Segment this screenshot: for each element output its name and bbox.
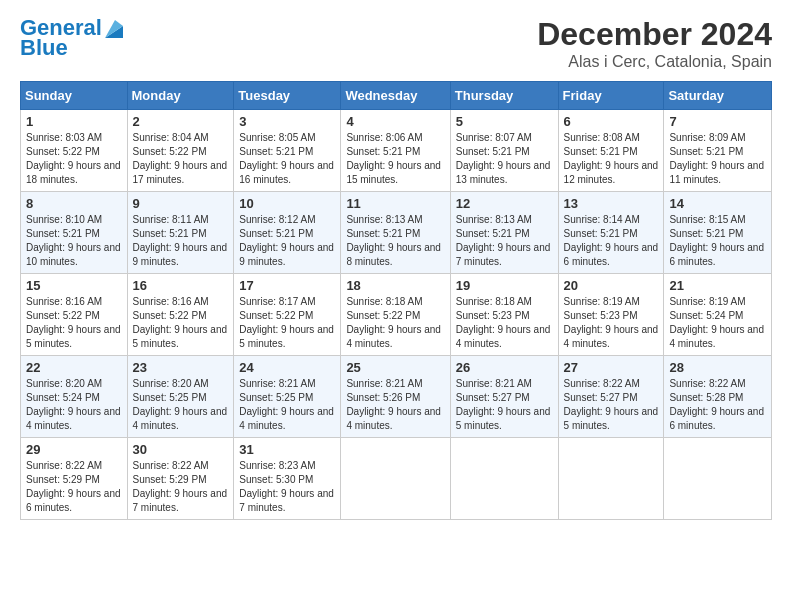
day-info: Sunrise: 8:13 AM Sunset: 5:21 PM Dayligh… [346,213,444,269]
logo-text-line2: Blue [20,36,68,60]
day-info: Sunrise: 8:09 AM Sunset: 5:21 PM Dayligh… [669,131,766,187]
col-monday: Monday [127,82,234,110]
day-info: Sunrise: 8:20 AM Sunset: 5:24 PM Dayligh… [26,377,122,433]
calendar-cell: 12 Sunrise: 8:13 AM Sunset: 5:21 PM Dayl… [450,192,558,274]
main-title: December 2024 [537,16,772,53]
col-thursday: Thursday [450,82,558,110]
calendar-cell [450,438,558,520]
day-number: 28 [669,360,766,375]
day-info: Sunrise: 8:04 AM Sunset: 5:22 PM Dayligh… [133,131,229,187]
day-info: Sunrise: 8:06 AM Sunset: 5:21 PM Dayligh… [346,131,444,187]
calendar-cell: 28 Sunrise: 8:22 AM Sunset: 5:28 PM Dayl… [664,356,772,438]
day-info: Sunrise: 8:19 AM Sunset: 5:23 PM Dayligh… [564,295,659,351]
day-info: Sunrise: 8:08 AM Sunset: 5:21 PM Dayligh… [564,131,659,187]
day-number: 13 [564,196,659,211]
calendar-week-row: 22 Sunrise: 8:20 AM Sunset: 5:24 PM Dayl… [21,356,772,438]
calendar: Sunday Monday Tuesday Wednesday Thursday… [20,81,772,520]
calendar-cell: 7 Sunrise: 8:09 AM Sunset: 5:21 PM Dayli… [664,110,772,192]
day-number: 8 [26,196,122,211]
day-info: Sunrise: 8:18 AM Sunset: 5:22 PM Dayligh… [346,295,444,351]
calendar-cell: 20 Sunrise: 8:19 AM Sunset: 5:23 PM Dayl… [558,274,664,356]
day-info: Sunrise: 8:22 AM Sunset: 5:29 PM Dayligh… [133,459,229,515]
day-number: 14 [669,196,766,211]
day-number: 31 [239,442,335,457]
day-info: Sunrise: 8:22 AM Sunset: 5:28 PM Dayligh… [669,377,766,433]
calendar-cell [341,438,450,520]
calendar-cell: 22 Sunrise: 8:20 AM Sunset: 5:24 PM Dayl… [21,356,128,438]
day-number: 3 [239,114,335,129]
day-number: 22 [26,360,122,375]
calendar-cell: 8 Sunrise: 8:10 AM Sunset: 5:21 PM Dayli… [21,192,128,274]
calendar-cell: 11 Sunrise: 8:13 AM Sunset: 5:21 PM Dayl… [341,192,450,274]
calendar-cell: 2 Sunrise: 8:04 AM Sunset: 5:22 PM Dayli… [127,110,234,192]
day-number: 12 [456,196,553,211]
day-info: Sunrise: 8:16 AM Sunset: 5:22 PM Dayligh… [133,295,229,351]
day-number: 18 [346,278,444,293]
title-block: December 2024 Alas i Cerc, Catalonia, Sp… [537,16,772,71]
day-number: 29 [26,442,122,457]
calendar-cell: 24 Sunrise: 8:21 AM Sunset: 5:25 PM Dayl… [234,356,341,438]
col-tuesday: Tuesday [234,82,341,110]
col-saturday: Saturday [664,82,772,110]
calendar-header-row: Sunday Monday Tuesday Wednesday Thursday… [21,82,772,110]
day-info: Sunrise: 8:11 AM Sunset: 5:21 PM Dayligh… [133,213,229,269]
calendar-cell [558,438,664,520]
day-number: 7 [669,114,766,129]
day-info: Sunrise: 8:22 AM Sunset: 5:29 PM Dayligh… [26,459,122,515]
day-number: 26 [456,360,553,375]
calendar-cell: 13 Sunrise: 8:14 AM Sunset: 5:21 PM Dayl… [558,192,664,274]
day-info: Sunrise: 8:10 AM Sunset: 5:21 PM Dayligh… [26,213,122,269]
day-info: Sunrise: 8:19 AM Sunset: 5:24 PM Dayligh… [669,295,766,351]
day-number: 30 [133,442,229,457]
day-info: Sunrise: 8:07 AM Sunset: 5:21 PM Dayligh… [456,131,553,187]
calendar-cell: 10 Sunrise: 8:12 AM Sunset: 5:21 PM Dayl… [234,192,341,274]
calendar-week-row: 15 Sunrise: 8:16 AM Sunset: 5:22 PM Dayl… [21,274,772,356]
day-info: Sunrise: 8:20 AM Sunset: 5:25 PM Dayligh… [133,377,229,433]
logo-bird-icon [105,16,123,38]
logo: General Blue [20,16,123,60]
header: General Blue December 2024 Alas i Cerc, … [20,16,772,71]
day-info: Sunrise: 8:18 AM Sunset: 5:23 PM Dayligh… [456,295,553,351]
col-sunday: Sunday [21,82,128,110]
col-wednesday: Wednesday [341,82,450,110]
calendar-week-row: 29 Sunrise: 8:22 AM Sunset: 5:29 PM Dayl… [21,438,772,520]
calendar-week-row: 8 Sunrise: 8:10 AM Sunset: 5:21 PM Dayli… [21,192,772,274]
day-number: 11 [346,196,444,211]
day-number: 5 [456,114,553,129]
calendar-cell: 15 Sunrise: 8:16 AM Sunset: 5:22 PM Dayl… [21,274,128,356]
day-number: 9 [133,196,229,211]
calendar-cell: 29 Sunrise: 8:22 AM Sunset: 5:29 PM Dayl… [21,438,128,520]
day-info: Sunrise: 8:21 AM Sunset: 5:27 PM Dayligh… [456,377,553,433]
col-friday: Friday [558,82,664,110]
day-info: Sunrise: 8:03 AM Sunset: 5:22 PM Dayligh… [26,131,122,187]
calendar-cell: 19 Sunrise: 8:18 AM Sunset: 5:23 PM Dayl… [450,274,558,356]
day-info: Sunrise: 8:23 AM Sunset: 5:30 PM Dayligh… [239,459,335,515]
day-number: 1 [26,114,122,129]
calendar-cell: 23 Sunrise: 8:20 AM Sunset: 5:25 PM Dayl… [127,356,234,438]
day-number: 19 [456,278,553,293]
calendar-cell: 1 Sunrise: 8:03 AM Sunset: 5:22 PM Dayli… [21,110,128,192]
calendar-cell: 16 Sunrise: 8:16 AM Sunset: 5:22 PM Dayl… [127,274,234,356]
calendar-cell: 21 Sunrise: 8:19 AM Sunset: 5:24 PM Dayl… [664,274,772,356]
day-number: 21 [669,278,766,293]
day-info: Sunrise: 8:21 AM Sunset: 5:25 PM Dayligh… [239,377,335,433]
calendar-cell: 9 Sunrise: 8:11 AM Sunset: 5:21 PM Dayli… [127,192,234,274]
day-number: 2 [133,114,229,129]
page: General Blue December 2024 Alas i Cerc, … [0,0,792,530]
day-number: 27 [564,360,659,375]
day-info: Sunrise: 8:05 AM Sunset: 5:21 PM Dayligh… [239,131,335,187]
calendar-cell: 6 Sunrise: 8:08 AM Sunset: 5:21 PM Dayli… [558,110,664,192]
day-info: Sunrise: 8:21 AM Sunset: 5:26 PM Dayligh… [346,377,444,433]
day-info: Sunrise: 8:22 AM Sunset: 5:27 PM Dayligh… [564,377,659,433]
day-info: Sunrise: 8:16 AM Sunset: 5:22 PM Dayligh… [26,295,122,351]
day-number: 15 [26,278,122,293]
calendar-cell: 17 Sunrise: 8:17 AM Sunset: 5:22 PM Dayl… [234,274,341,356]
day-number: 25 [346,360,444,375]
day-number: 6 [564,114,659,129]
calendar-cell: 3 Sunrise: 8:05 AM Sunset: 5:21 PM Dayli… [234,110,341,192]
calendar-cell: 31 Sunrise: 8:23 AM Sunset: 5:30 PM Dayl… [234,438,341,520]
calendar-cell: 14 Sunrise: 8:15 AM Sunset: 5:21 PM Dayl… [664,192,772,274]
calendar-cell: 26 Sunrise: 8:21 AM Sunset: 5:27 PM Dayl… [450,356,558,438]
calendar-week-row: 1 Sunrise: 8:03 AM Sunset: 5:22 PM Dayli… [21,110,772,192]
day-number: 24 [239,360,335,375]
